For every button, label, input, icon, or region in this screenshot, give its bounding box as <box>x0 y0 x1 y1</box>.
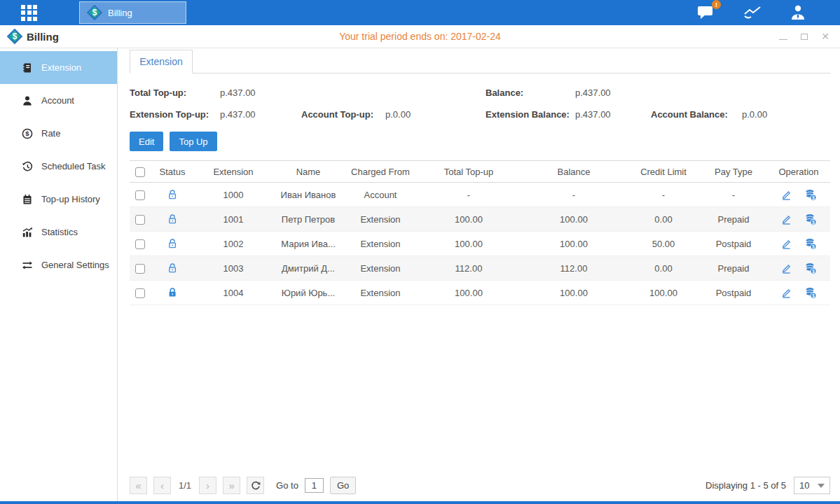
cell-charged-from: Account <box>344 183 417 207</box>
maximize-icon[interactable] <box>799 31 809 41</box>
balance-label: Balance: <box>486 88 575 98</box>
edit-icon[interactable] <box>780 214 792 225</box>
sidebar-item-top-up-history[interactable]: Top-up History <box>0 183 117 216</box>
cell-credit-limit: 100.00 <box>627 281 700 305</box>
line-chart-icon[interactable] <box>743 5 762 20</box>
top-up-button[interactable]: Top Up <box>170 132 216 151</box>
minimize-icon[interactable] <box>778 31 788 41</box>
cell-checkbox <box>130 207 151 232</box>
account-balance-value: p.0.00 <box>742 109 767 120</box>
cell-pay-type: Postpaid <box>700 281 767 305</box>
extension-balance-label: Extension Balance: <box>486 109 575 120</box>
header-pay-type: Pay Type <box>700 161 767 183</box>
cell-charged-from: Extension <box>344 232 417 256</box>
bar-chart-icon <box>21 227 33 238</box>
extension-topup-value: p.437.00 <box>220 109 301 120</box>
topup-coins-icon[interactable]: $ <box>804 262 817 274</box>
row-checkbox[interactable] <box>135 288 145 298</box>
cell-operation: $ <box>767 207 830 232</box>
page-size-select[interactable]: 10 <box>794 477 830 494</box>
cell-credit-limit: 0.00 <box>627 256 700 281</box>
table-body: 1000Иван ИвановAccount----$1001Петр Петр… <box>130 183 830 305</box>
sliders-icon <box>21 260 33 271</box>
cell-total-topup: 100.00 <box>417 232 521 256</box>
total-topup-value: p.437.00 <box>220 88 256 98</box>
cell-name: Петр Петров <box>273 207 344 232</box>
last-page-icon[interactable]: » <box>223 477 240 494</box>
desktop-edge <box>0 501 840 504</box>
sidebar-item-label: General Settings <box>41 260 109 270</box>
cell-credit-limit: 0.00 <box>627 207 700 232</box>
cell-checkbox <box>130 232 151 256</box>
cell-extension: 1004 <box>194 281 273 305</box>
address-book-icon <box>21 62 33 74</box>
balance-value: p.437.00 <box>575 88 611 98</box>
dollar-circle-icon: $ <box>21 128 33 139</box>
cell-checkbox <box>130 281 151 305</box>
goto-page-input[interactable] <box>305 478 324 493</box>
svg-text:$: $ <box>812 195 815 200</box>
edit-icon[interactable] <box>780 262 792 274</box>
edit-icon[interactable] <box>780 238 792 250</box>
edit-icon[interactable] <box>780 287 792 299</box>
cell-name: Юрий Юрь... <box>273 281 344 305</box>
row-checkbox[interactable] <box>135 239 145 249</box>
cell-name: Мария Ива... <box>273 232 344 256</box>
cell-operation: $ <box>767 281 830 305</box>
row-checkbox[interactable] <box>135 215 145 225</box>
cell-charged-from: Extension <box>344 281 417 305</box>
edit-icon[interactable] <box>780 189 792 201</box>
user-icon[interactable] <box>790 4 806 21</box>
cell-balance: 112.00 <box>521 256 627 281</box>
billing-diamond-icon: $ <box>7 29 22 44</box>
tab-extension[interactable]: Extension <box>130 50 193 74</box>
history-clock-icon <box>21 161 33 172</box>
sidebar-item-account[interactable]: Account <box>0 84 117 117</box>
prev-page-icon[interactable]: ‹ <box>153 477 171 494</box>
go-button[interactable]: Go <box>330 477 356 494</box>
cell-extension: 1001 <box>194 207 273 232</box>
table-row: 1001Петр ПетровExtension100.00100.000.00… <box>130 207 830 232</box>
messages-icon[interactable]: ! <box>697 4 715 21</box>
sidebar-item-scheduled-task[interactable]: Scheduled Task <box>0 150 117 183</box>
close-icon[interactable]: ✕ <box>820 31 830 41</box>
cell-checkbox <box>130 256 151 281</box>
edit-button[interactable]: Edit <box>130 132 163 151</box>
cell-pay-type: - <box>700 183 767 207</box>
topup-coins-icon[interactable]: $ <box>804 287 817 299</box>
cell-checkbox <box>130 183 151 207</box>
sidebar-item-label: Statistics <box>41 227 78 237</box>
row-checkbox[interactable] <box>135 190 145 200</box>
topup-coins-icon[interactable]: $ <box>804 238 817 250</box>
tab-strip: Extension <box>130 50 830 74</box>
table-row: 1000Иван ИвановAccount----$ <box>130 183 830 207</box>
topup-coins-icon[interactable]: $ <box>804 214 817 225</box>
first-page-icon[interactable]: « <box>130 477 147 494</box>
cell-balance: 100.00 <box>521 281 627 305</box>
cell-extension: 1000 <box>194 183 273 207</box>
taskbar-item-billing[interactable]: $ Billing <box>79 1 186 24</box>
cell-credit-limit: - <box>627 183 700 207</box>
calendar-icon <box>21 194 33 205</box>
cell-status <box>151 207 194 232</box>
sidebar-item-statistics[interactable]: Statistics <box>0 216 117 248</box>
topup-coins-icon[interactable]: $ <box>804 189 817 201</box>
cell-pay-type: Prepaid <box>700 207 767 232</box>
select-all-checkbox[interactable] <box>135 167 145 177</box>
sidebar-item-label: Rate <box>41 128 60 139</box>
sidebar-item-extension[interactable]: Extension <box>0 51 117 84</box>
chevron-down-icon <box>818 484 825 488</box>
goto-label: Go to <box>276 480 298 491</box>
sidebar-item-rate[interactable]: $Rate <box>0 117 117 150</box>
cell-total-topup: 100.00 <box>417 281 521 305</box>
header-checkbox-cell <box>130 161 151 183</box>
next-page-icon[interactable]: › <box>199 477 216 494</box>
extension-topup-label: Extension Top-up: <box>130 109 220 120</box>
sidebar-item-label: Scheduled Task <box>41 161 106 172</box>
cell-operation: $ <box>767 232 830 256</box>
apps-grid-icon[interactable] <box>21 5 37 21</box>
cell-status <box>151 256 194 281</box>
refresh-icon[interactable] <box>247 477 264 494</box>
sidebar-item-general-settings[interactable]: General Settings <box>0 248 117 281</box>
row-checkbox[interactable] <box>135 264 145 274</box>
